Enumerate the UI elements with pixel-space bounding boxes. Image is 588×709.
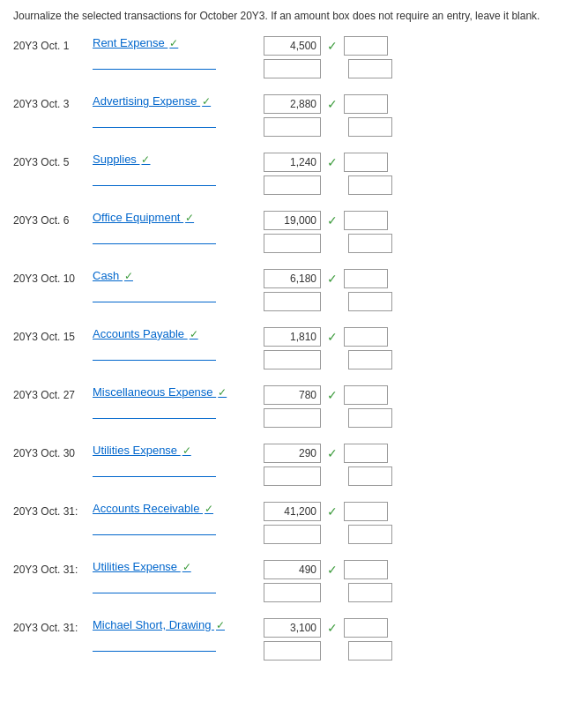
credit-input-1[interactable]: [344, 36, 388, 56]
amount-inputs: ✓: [264, 327, 392, 369]
debit-input-2[interactable]: [264, 641, 321, 660]
credit-input-2[interactable]: [348, 350, 392, 369]
debit-check-icon: ✓: [325, 388, 339, 402]
journal-row-0: 20Y3 Oct. 1 Rent Expense ✓ ✓: [13, 36, 575, 78]
credit-input-2[interactable]: [348, 117, 392, 137]
account-link[interactable]: Accounts Payable ✓: [93, 327, 260, 340]
journal-row-6: 20Y3 Oct. 27 Miscellaneous Expense ✓ ✓: [13, 385, 575, 428]
credit-input-1[interactable]: [344, 94, 388, 114]
credit-input-2[interactable]: [348, 583, 392, 602]
debit-input[interactable]: [264, 269, 321, 288]
credit-input-1[interactable]: [344, 211, 388, 230]
credit-input-1[interactable]: [344, 327, 388, 347]
account-link[interactable]: Supplies ✓: [93, 153, 260, 166]
debit-input[interactable]: [264, 502, 321, 521]
checkmark-icon: ✓: [190, 328, 198, 340]
account-col: Cash ✓: [93, 269, 260, 302]
journal-row-3: 20Y3 Oct. 6 Office Equipment ✓ ✓: [13, 211, 575, 253]
credit-input-2[interactable]: [348, 525, 392, 544]
debit-input[interactable]: [264, 618, 321, 638]
account-link[interactable]: Utilities Expense ✓: [93, 560, 260, 573]
checkmark-icon: ✓: [216, 619, 225, 631]
debit-check-icon: ✓: [325, 155, 339, 169]
debit-input-2[interactable]: [264, 466, 321, 486]
journal-row-8: 20Y3 Oct. 31: Accounts Receivable ✓ ✓: [13, 502, 575, 544]
credit-input-2[interactable]: [348, 234, 392, 253]
checkmark-icon: ✓: [141, 153, 150, 166]
account-link[interactable]: Miscellaneous Expense ✓: [93, 385, 260, 399]
debit-input[interactable]: [264, 560, 321, 579]
debit-input-2[interactable]: [264, 525, 321, 544]
debit-check-icon: ✓: [325, 621, 339, 635]
debit-row: ✓: [264, 560, 392, 579]
checkmark-icon: ✓: [182, 444, 191, 457]
account-underline: [93, 127, 216, 128]
debit-input[interactable]: [264, 36, 321, 56]
debit-input-2[interactable]: [264, 408, 321, 428]
debit-row: ✓: [264, 269, 392, 288]
debit-input-2[interactable]: [264, 350, 321, 369]
debit-input[interactable]: [264, 94, 321, 114]
entry-block: 20Y3 Oct. 27 Miscellaneous Expense ✓ ✓: [13, 385, 575, 428]
debit-input[interactable]: [264, 211, 321, 230]
account-col: Utilities Expense ✓: [93, 560, 260, 593]
amount-inputs: ✓: [264, 444, 392, 486]
account-col: Utilities Expense ✓: [93, 444, 260, 477]
credit-input-2[interactable]: [348, 408, 392, 428]
debit-row: ✓: [264, 211, 392, 230]
account-col: Accounts Receivable ✓: [93, 502, 260, 535]
account-underline: [93, 243, 216, 244]
debit-input-2[interactable]: [264, 583, 321, 602]
credit-input-1[interactable]: [344, 269, 388, 288]
credit-input-1[interactable]: [344, 560, 388, 579]
debit-input[interactable]: [264, 385, 321, 405]
date-label: 20Y3 Oct. 6: [13, 211, 93, 227]
debit-row: ✓: [264, 94, 392, 114]
credit-input-1[interactable]: [344, 153, 388, 172]
account-link[interactable]: Advertising Expense ✓: [93, 94, 260, 108]
credit-row: [264, 175, 392, 195]
credit-input-1[interactable]: [344, 502, 388, 521]
account-col: Miscellaneous Expense ✓: [93, 385, 260, 419]
account-link[interactable]: Accounts Receivable ✓: [93, 502, 260, 515]
account-link[interactable]: Rent Expense ✓: [93, 36, 260, 49]
checkmark-icon: ✓: [205, 503, 213, 515]
account-link[interactable]: Cash ✓: [93, 269, 260, 282]
debit-input[interactable]: [264, 444, 321, 463]
credit-input-2[interactable]: [348, 466, 392, 486]
debit-input-2[interactable]: [264, 117, 321, 137]
account-underline: [93, 69, 216, 70]
amount-inputs: ✓: [264, 502, 392, 544]
date-label: 20Y3 Oct. 5: [13, 153, 93, 168]
debit-input-2[interactable]: [264, 292, 321, 311]
account-underline: [93, 534, 216, 535]
credit-input-1[interactable]: [344, 385, 388, 405]
credit-input-2[interactable]: [348, 175, 392, 195]
checkmark-icon: ✓: [202, 95, 211, 108]
account-col: Rent Expense ✓: [93, 36, 260, 70]
account-col: Advertising Expense ✓: [93, 94, 260, 128]
account-link[interactable]: Office Equipment ✓: [93, 211, 260, 224]
date-label: 20Y3 Oct. 10: [13, 269, 93, 285]
debit-input[interactable]: [264, 153, 321, 172]
checkmark-icon: ✓: [169, 37, 178, 49]
journal-row-10: 20Y3 Oct. 31: Michael Short, Drawing ✓ ✓: [13, 618, 575, 660]
checkmark-icon: ✓: [185, 212, 194, 224]
debit-input[interactable]: [264, 327, 321, 347]
debit-input-2[interactable]: [264, 175, 321, 195]
credit-input-1[interactable]: [344, 618, 388, 638]
credit-input-2[interactable]: [348, 292, 392, 311]
date-label: 20Y3 Oct. 27: [13, 385, 93, 401]
entry-block: 20Y3 Oct. 15 Accounts Payable ✓ ✓: [13, 327, 575, 369]
amount-inputs: ✓: [264, 94, 392, 137]
account-link[interactable]: Utilities Expense ✓: [93, 444, 260, 457]
debit-input-2[interactable]: [264, 59, 321, 78]
credit-input-1[interactable]: [344, 444, 388, 463]
debit-input-2[interactable]: [264, 234, 321, 253]
account-link[interactable]: Michael Short, Drawing ✓: [93, 618, 260, 631]
credit-row: [264, 234, 392, 253]
credit-input-2[interactable]: [348, 641, 392, 660]
date-label: 20Y3 Oct. 30: [13, 444, 93, 459]
instruction-text: Journalize the selected transactions for…: [13, 9, 575, 24]
credit-input-2[interactable]: [348, 59, 392, 78]
